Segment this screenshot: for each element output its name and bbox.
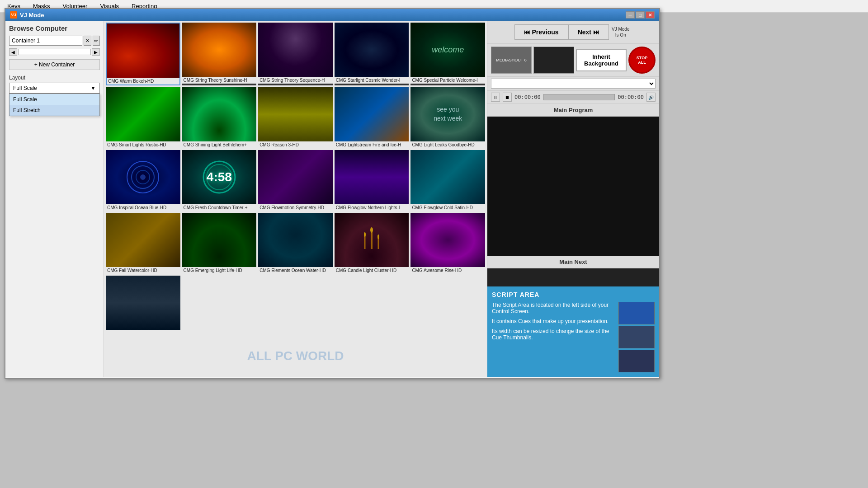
scroll-left-arrow[interactable]: ◀ xyxy=(9,48,17,56)
countdown-overlay: 4:58 xyxy=(207,170,232,184)
media-label: CMG String Theory Sequence-H xyxy=(258,77,333,84)
title-bar: VJ VJ Mode ─ □ ✕ xyxy=(5,9,659,21)
progress-bar[interactable] xyxy=(543,94,615,100)
media-item[interactable]: 4:58 CMG Fresh Countdown Timer-+ xyxy=(182,150,257,211)
media-item[interactable]: CMG Shining Light Bethlehem+ xyxy=(182,87,257,148)
scroll-row: ◀ ▶ xyxy=(9,48,100,56)
timecode-end: 00:00:00 xyxy=(618,94,644,100)
media-grid: CMG Warm Bokeh-HD CMG String Theory Suns… xyxy=(106,23,485,332)
inherit-background-button[interactable]: InheritBackground xyxy=(576,49,627,71)
volume-button[interactable]: 🔊 xyxy=(646,93,656,102)
timecode-row: ⏸ ⏹ 00:00:00 00:00:00 🔊 xyxy=(487,91,659,104)
media-item[interactable]: CMG String Theory Sequence-H xyxy=(258,23,333,85)
media-thumbnail xyxy=(106,150,180,204)
previous-button[interactable]: ⏮ Previous xyxy=(514,24,568,40)
script-thumb-2[interactable] xyxy=(618,326,655,348)
media-item[interactable]: CMG Awesome Rise-HD xyxy=(410,213,485,274)
media-label: CMG Starlight Cosmic Wonder-I xyxy=(335,77,409,84)
close-button[interactable]: ✕ xyxy=(646,11,655,19)
media-item[interactable]: CMG Warm Bokeh-HD xyxy=(106,23,180,85)
media-thumbnail xyxy=(410,213,485,267)
media-thumbnail xyxy=(335,23,409,77)
previous-icon: ⏮ xyxy=(524,28,530,36)
script-thumb-1[interactable] xyxy=(618,302,655,324)
main-window: VJ VJ Mode ─ □ ✕ Browse Computer ✕ ✏ ◀ ▶ xyxy=(5,8,660,379)
new-container-button[interactable]: + New Container xyxy=(9,59,100,70)
window-title: VJ Mode xyxy=(20,12,44,19)
layout-dropdown: Full Scale ▼ Full Scale Full Stretch xyxy=(9,83,100,94)
main-next-title: Main Next xyxy=(487,256,659,268)
script-thumb-3[interactable] xyxy=(618,350,655,372)
media-item[interactable]: CMG Smart Lights Rustic-HD xyxy=(106,87,180,148)
script-area: SCRIPT AREA The Script Area is located o… xyxy=(487,286,659,377)
layout-dropdown-arrow: ▼ xyxy=(90,85,96,91)
media-item[interactable]: CMG Reason 3-HD xyxy=(258,87,333,148)
container-clear-button[interactable]: ✕ xyxy=(84,36,91,46)
media-label: CMG Flowglow Nothern Lights-I xyxy=(335,204,409,211)
media-label: CMG Candle Light Cluster-HD xyxy=(335,267,409,274)
media-item[interactable]: CMG Elements Ocean Water-HD xyxy=(258,213,333,274)
media-label: CMG Fall Watercolor-HD xyxy=(106,267,180,274)
inherit-bg-label: InheritBackground xyxy=(580,53,622,67)
media-item[interactable]: CMG Candle Light Cluster-HD xyxy=(335,213,409,274)
media-item[interactable]: CMG Starlight Cosmic Wonder-I xyxy=(335,23,409,85)
media-label: CMG Smart Lights Rustic-HD xyxy=(106,141,180,148)
media-item[interactable] xyxy=(106,276,180,332)
media-item[interactable]: CMG Lightstream Fire and Ice-H xyxy=(335,87,409,148)
media-item[interactable]: welcome CMG Special Particle Welcome-I xyxy=(410,23,485,85)
minimize-button[interactable]: ─ xyxy=(626,11,635,19)
layout-select-box[interactable]: Full Scale ▼ xyxy=(9,83,100,94)
media-item[interactable]: CMG Inspiral Ocean Blue-HD xyxy=(106,150,180,211)
layout-option-full-stretch[interactable]: Full Stretch xyxy=(9,105,99,116)
black-preview-thumb[interactable] xyxy=(533,47,574,74)
media-thumbnail xyxy=(410,150,485,204)
layout-options-list: Full Scale Full Stretch xyxy=(9,94,100,116)
container-input-row: ✕ ✏ xyxy=(9,36,100,46)
media-thumbnail xyxy=(106,276,180,330)
media-item[interactable]: CMG Flowglow Nothern Lights-I xyxy=(335,150,409,211)
script-line3: Its width can be resized to change the s… xyxy=(492,328,615,341)
media-item[interactable]: CMG Flowglow Cold Satin-HD xyxy=(410,150,485,211)
scroll-right-arrow[interactable]: ▶ xyxy=(92,48,100,56)
media-thumbnail: 4:58 xyxy=(182,150,257,204)
media-item[interactable]: CMG Flowmotion Symmetry-HD xyxy=(258,150,333,211)
script-thumbnails xyxy=(618,302,655,372)
media-thumbnail xyxy=(182,213,257,267)
vj-mode-status: VJ ModeIs On xyxy=(609,25,632,39)
media-grid-container[interactable]: CMG Warm Bokeh-HD CMG String Theory Suns… xyxy=(104,21,487,377)
stop-all-button[interactable]: STOP ALL xyxy=(628,47,656,74)
media-thumbnail xyxy=(335,87,409,141)
preview-thumb-row: MEDIASHOUT 6 InheritBackground STOP ALL xyxy=(487,44,659,77)
container-input[interactable] xyxy=(9,36,82,46)
script-area-title: SCRIPT AREA xyxy=(492,291,655,298)
title-bar-left: VJ VJ Mode xyxy=(10,11,44,19)
media-label: CMG String Theory Sunshine-H xyxy=(182,77,257,84)
container-edit-button[interactable]: ✏ xyxy=(93,36,100,46)
scroll-track[interactable] xyxy=(18,49,91,55)
previous-label: Previous xyxy=(532,28,559,36)
mediashout-preview-thumb[interactable]: MEDIASHOUT 6 xyxy=(491,47,532,74)
welcome-overlay: welcome xyxy=(432,45,464,55)
stop-button[interactable]: ⏹ xyxy=(503,93,512,102)
main-program-area xyxy=(487,117,659,256)
media-label: CMG Special Particle Welcome-I xyxy=(410,77,485,84)
media-item[interactable]: CMG String Theory Sunshine-H xyxy=(182,23,257,85)
output-select[interactable] xyxy=(491,79,656,89)
media-label: CMG Lightstream Fire and Ice-H xyxy=(335,141,409,148)
maximize-button[interactable]: □ xyxy=(636,11,645,19)
content-area: Browse Computer ✕ ✏ ◀ ▶ + New Container … xyxy=(5,21,659,377)
layout-option-full-scale[interactable]: Full Scale xyxy=(9,94,99,105)
media-thumbnail xyxy=(258,23,333,77)
new-container-label: + New Container xyxy=(34,61,75,68)
media-label xyxy=(106,330,180,332)
media-item[interactable]: see younext week CMG Light Leaks Goodbye… xyxy=(410,87,485,148)
media-item[interactable]: CMG Emerging Light Life-HD xyxy=(182,213,257,274)
pause-button[interactable]: ⏸ xyxy=(491,93,500,102)
watermark: ALL PC WORLD xyxy=(247,349,344,363)
media-item[interactable]: CMG Fall Watercolor-HD xyxy=(106,213,180,274)
script-text-content: The Script Area is located on the left s… xyxy=(492,302,615,372)
main-next-area xyxy=(487,268,659,286)
next-button[interactable]: Next ⏭ xyxy=(568,24,609,40)
mediashout-label: MEDIASHOUT 6 xyxy=(496,58,526,62)
dropdown-row xyxy=(487,77,659,91)
